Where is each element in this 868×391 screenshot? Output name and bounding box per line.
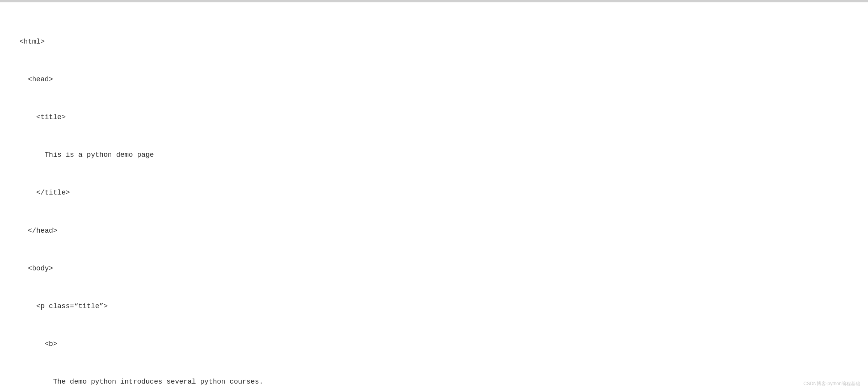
code-line-2: <head>: [19, 73, 849, 86]
code-line-4: This is a python demo page: [19, 149, 849, 161]
watermark: CSDN博客-python编程基础: [803, 380, 860, 387]
code-line-10: The demo python introduces several pytho…: [19, 375, 849, 388]
code-line-1: <html>: [19, 35, 849, 48]
code-line-8: <p class=“title”>: [19, 300, 849, 312]
code-line-3: <title>: [19, 111, 849, 123]
code-line-9: <b>: [19, 338, 849, 350]
code-line-6: </head>: [19, 224, 849, 237]
code-line-7: <body>: [19, 262, 849, 275]
code-line-5: </title>: [19, 186, 849, 199]
code-container: <html> <head> <title> This is a python d…: [0, 2, 868, 391]
